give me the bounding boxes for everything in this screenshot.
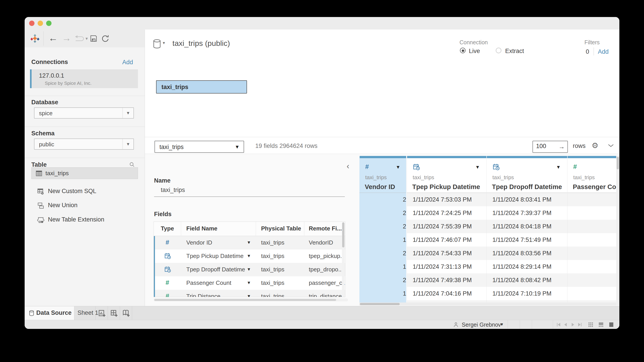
new-union-item[interactable]: New Union <box>25 200 145 211</box>
column-header[interactable]: # ▼ taxi_trips Vendor ID <box>360 158 407 193</box>
save-button[interactable] <box>90 35 97 42</box>
field-row-passenger-count[interactable]: # Passenger Count ▼ taxi_trips passenger… <box>154 276 345 290</box>
grid-column-tpep-pickup: ▼ taxi_trips Tpep Pickup Datetime 1/11/2… <box>407 156 486 303</box>
column-menu-caret-icon[interactable]: ▼ <box>396 164 400 170</box>
name-value[interactable]: taxi_trips <box>161 187 185 194</box>
live-radio-label[interactable]: Live <box>469 48 480 55</box>
grid-cell <box>568 260 619 273</box>
collapse-panel-icon[interactable]: ‹ <box>347 162 349 171</box>
field-caret-icon[interactable]: ▼ <box>247 240 251 245</box>
table-item-taxi-trips[interactable]: taxi_trips <box>31 167 138 179</box>
gear-icon[interactable]: ⚙ <box>592 141 598 150</box>
new-table-extension-icon <box>37 216 44 224</box>
field-row-vendor-id[interactable]: # Vendor ID ▼ taxi_trips VendorID <box>154 236 345 250</box>
grid-cell <box>568 273 619 287</box>
forward-button[interactable]: → <box>62 33 71 43</box>
column-name: Passenger Count <box>573 183 619 191</box>
extract-radio-label[interactable]: Extract <box>505 48 524 55</box>
grid-cell: 2 <box>360 273 407 287</box>
redo-icon[interactable] <box>72 35 85 42</box>
grid-vertical-scrollbar[interactable] <box>616 156 619 306</box>
field-caret-icon[interactable]: ▼ <box>247 294 251 297</box>
database-select[interactable]: spice ▾ <box>34 107 134 119</box>
connection-host: 127.0.0.1 <box>39 72 64 79</box>
database-label: Database <box>31 99 58 106</box>
connection-item[interactable]: 127.0.0.1 Spice by Spice AI, Inc. <box>30 69 138 88</box>
caret-down-icon: ▼ <box>500 322 504 327</box>
column-menu-caret-icon[interactable]: ▼ <box>475 164 480 170</box>
maximize-button[interactable] <box>46 20 52 26</box>
filters-count: 0 <box>586 48 589 55</box>
column-name: Tpep Dropoff Datetime <box>492 183 562 191</box>
tableau-logo-icon <box>30 34 40 43</box>
tab-data-source[interactable]: Data Source <box>25 306 74 320</box>
user-menu[interactable]: Sergei Grebnov ▼ <box>450 320 508 329</box>
scrollbar-thumb[interactable] <box>154 299 336 301</box>
view-single-button[interactable] <box>608 322 614 327</box>
number-type-icon: # <box>365 163 369 170</box>
column-header[interactable]: ▼ taxi_trips Tpep Dropoff Datetime <box>486 158 567 193</box>
scrollbar-thumb[interactable] <box>617 157 619 169</box>
schema-select[interactable]: public ▾ <box>34 138 134 150</box>
next-page-button[interactable] <box>570 322 576 327</box>
column-menu-caret-icon[interactable]: ▼ <box>556 164 561 170</box>
field-caret-icon[interactable]: ▼ <box>247 254 251 258</box>
new-custom-sql-item[interactable]: New Custom SQL <box>25 186 145 197</box>
table-search-icon[interactable] <box>129 162 135 168</box>
statusbar-divider <box>532 320 532 329</box>
column-accent-bar <box>568 156 619 158</box>
scrollbar-thumb[interactable] <box>360 303 400 305</box>
fields-table-header: Type Field Name Physical Table Remote Fi… <box>154 222 345 236</box>
field-remote: VendorID <box>309 239 333 246</box>
new-dashboard-button[interactable] <box>108 306 120 320</box>
field-row-trip-distance[interactable]: # Trip Distance ▼ taxi_trips trip_distan… <box>154 290 345 297</box>
extract-radio[interactable] <box>496 48 501 53</box>
refresh-button[interactable] <box>101 34 109 42</box>
new-table-extension-item[interactable]: New Table Extension <box>25 214 145 226</box>
back-button[interactable]: ← <box>48 33 58 43</box>
row-limit-box: → <box>532 141 568 153</box>
fields-label: Fields <box>154 211 172 218</box>
column-header[interactable]: # taxi_trips Passenger Count <box>568 158 619 193</box>
grid-cell: 1 <box>360 287 407 301</box>
fields-horizontal-scrollbar[interactable] <box>154 299 348 301</box>
view-small-grid-button[interactable] <box>588 322 594 327</box>
view-large-grid-button[interactable] <box>598 322 604 327</box>
grid-cell: 1/11/2024 8:03:56 PM <box>486 247 567 260</box>
table-preview-select[interactable]: taxi_trips ▼ <box>154 141 244 153</box>
datasource-caret-icon[interactable]: ▾ <box>163 40 165 45</box>
tab-sheet1[interactable]: Sheet 1 <box>74 306 96 320</box>
field-caret-icon[interactable]: ▼ <box>247 267 251 272</box>
new-custom-sql-icon <box>37 188 44 195</box>
canvas-node-label: taxi_trips <box>162 84 188 91</box>
grid-cell <box>568 220 619 233</box>
minimize-button[interactable] <box>38 20 43 26</box>
connections-add-button[interactable]: Add <box>122 59 133 66</box>
grid-column-passenger-count: # taxi_trips Passenger Count <box>567 156 619 303</box>
field-physical-table: taxi_trips <box>261 239 284 246</box>
grid-cell: 1/11/2024 8:03:41 PM <box>486 193 567 206</box>
live-radio[interactable] <box>460 48 466 53</box>
apply-rows-icon[interactable]: → <box>558 143 565 150</box>
new-story-button[interactable] <box>120 306 132 320</box>
row-limit-input[interactable] <box>536 142 557 150</box>
last-page-button[interactable] <box>577 322 583 327</box>
first-page-button[interactable] <box>556 322 561 327</box>
new-worksheet-button[interactable] <box>96 306 108 320</box>
column-header[interactable]: ▼ taxi_trips Tpep Pickup Datetime <box>407 158 486 193</box>
redo-caret-icon[interactable]: ▾ <box>86 36 88 41</box>
canvas-node-taxi-trips[interactable]: taxi_trips <box>156 80 247 93</box>
field-row-tpep-pickup[interactable]: Tpep Pickup Datetime ▼ taxi_trips tpep_p… <box>154 250 345 263</box>
grid-horizontal-scrollbar[interactable] <box>360 303 616 306</box>
scrollbar-thumb[interactable] <box>342 222 344 247</box>
fields-vertical-scrollbar[interactable] <box>342 222 344 297</box>
name-underline <box>154 196 345 197</box>
field-row-tpep-dropoff[interactable]: Tpep Dropoff Datetime ▼ taxi_trips tpep_… <box>154 263 345 276</box>
chevron-down-icon[interactable] <box>608 144 614 147</box>
new-table-extension-label: New Table Extension <box>48 216 104 223</box>
field-caret-icon[interactable]: ▼ <box>247 280 251 285</box>
prev-page-button[interactable] <box>563 322 568 327</box>
sidebar-divider <box>25 127 145 127</box>
close-button[interactable] <box>29 20 34 26</box>
filters-add-button[interactable]: Add <box>598 48 608 55</box>
